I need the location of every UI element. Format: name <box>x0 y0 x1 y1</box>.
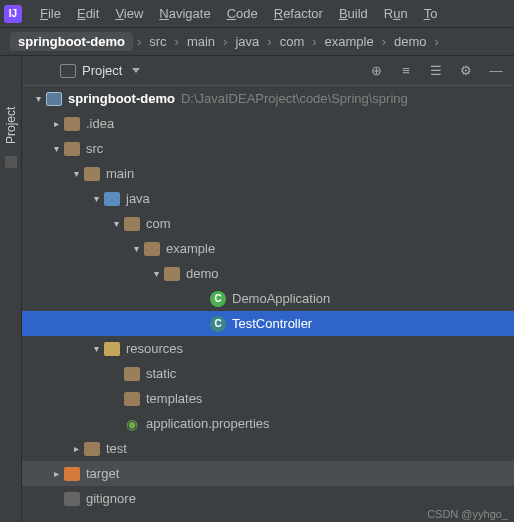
menu-tools[interactable]: To <box>416 2 446 25</box>
folder-icon <box>84 167 100 181</box>
menu-file[interactable]: File <box>32 2 69 25</box>
excluded-folder-icon <box>64 467 80 481</box>
tree-class-file[interactable]: C DemoApplication <box>22 286 514 311</box>
chevron-down-icon[interactable]: ▾ <box>90 343 102 354</box>
locate-icon[interactable]: ⊕ <box>368 63 384 79</box>
chevron-down-icon[interactable]: ▾ <box>50 143 62 154</box>
folder-icon <box>124 367 140 381</box>
chevron-right-icon[interactable]: ▸ <box>50 468 62 479</box>
project-toolbar: Project ⊕ ≡ ☰ ⚙ — <box>22 56 514 86</box>
expand-all-icon[interactable]: ≡ <box>398 63 414 79</box>
breadcrumb-item[interactable]: src <box>145 32 170 51</box>
dropdown-arrow-icon[interactable] <box>132 68 140 73</box>
main-menu-bar: IJ File Edit View Navigate Code Refactor… <box>0 0 514 28</box>
project-view-icon <box>60 64 76 78</box>
chevron-right-icon[interactable]: ▸ <box>50 118 62 129</box>
chevron-down-icon[interactable]: ▾ <box>110 218 122 229</box>
runnable-class-icon: C <box>210 291 226 307</box>
breadcrumb-item[interactable]: demo <box>390 32 431 51</box>
folder-icon <box>64 142 80 156</box>
app-logo-icon: IJ <box>4 5 22 23</box>
watermark: CSDN @yyhgo_ <box>427 508 508 520</box>
chevron-right-icon: › <box>382 34 386 49</box>
tree-folder-java[interactable]: ▾ java <box>22 186 514 211</box>
tree-folder[interactable]: ▸ .idea <box>22 111 514 136</box>
menu-refactor[interactable]: Refactor <box>266 2 331 25</box>
module-icon <box>46 92 62 106</box>
chevron-down-icon[interactable]: ▾ <box>150 268 162 279</box>
menu-code[interactable]: Code <box>219 2 266 25</box>
chevron-right-icon: › <box>223 34 227 49</box>
tree-folder-src[interactable]: ▾ src <box>22 136 514 161</box>
package-icon <box>164 267 180 281</box>
folder-icon <box>64 117 80 131</box>
tree-folder[interactable]: ▾ main <box>22 161 514 186</box>
tree-package[interactable]: ▾ demo <box>22 261 514 286</box>
chevron-right-icon: › <box>435 34 439 49</box>
folder-icon <box>124 392 140 406</box>
side-tool-strip: Project <box>0 56 22 522</box>
menu-view[interactable]: View <box>107 2 151 25</box>
project-tree: ▾ springboot-demo D:\JavaIDEAProject\cod… <box>22 86 514 522</box>
side-tab-project[interactable]: Project <box>4 107 18 144</box>
source-folder-icon <box>104 192 120 206</box>
chevron-right-icon: › <box>312 34 316 49</box>
chevron-down-icon[interactable]: ▾ <box>70 168 82 179</box>
collapse-all-icon[interactable]: ☰ <box>428 63 444 79</box>
breadcrumb-item[interactable]: com <box>276 32 309 51</box>
hide-icon[interactable]: — <box>488 63 504 79</box>
tree-folder-target[interactable]: ▸ target <box>22 461 514 486</box>
tree-folder[interactable]: ▸ templates <box>22 386 514 411</box>
chevron-down-icon[interactable]: ▾ <box>90 193 102 204</box>
tree-package[interactable]: ▾ com <box>22 211 514 236</box>
breadcrumb: springboot-demo › src › main › java › co… <box>0 28 514 56</box>
project-view-label[interactable]: Project <box>82 63 122 78</box>
resources-folder-icon <box>104 342 120 356</box>
tree-class-file-selected[interactable]: C TestController <box>22 311 514 336</box>
package-icon <box>144 242 160 256</box>
menu-edit[interactable]: Edit <box>69 2 107 25</box>
breadcrumb-item[interactable]: example <box>321 32 378 51</box>
breadcrumb-item[interactable]: main <box>183 32 219 51</box>
chevron-right-icon[interactable]: ▸ <box>70 443 82 454</box>
breadcrumb-root[interactable]: springboot-demo <box>10 32 133 51</box>
properties-icon: ◉ <box>124 416 140 432</box>
file-icon <box>64 492 80 506</box>
tree-folder[interactable]: ▸ static <box>22 361 514 386</box>
chevron-down-icon[interactable]: ▾ <box>130 243 142 254</box>
tree-folder-resources[interactable]: ▾ resources <box>22 336 514 361</box>
gear-icon[interactable]: ⚙ <box>458 63 474 79</box>
structure-icon[interactable] <box>5 156 17 168</box>
folder-icon <box>84 442 100 456</box>
chevron-right-icon: › <box>267 34 271 49</box>
chevron-down-icon[interactable]: ▾ <box>32 93 44 104</box>
tree-file-properties[interactable]: ▸ ◉ application.properties <box>22 411 514 436</box>
chevron-right-icon: › <box>137 34 141 49</box>
breadcrumb-item[interactable]: java <box>231 32 263 51</box>
class-icon: C <box>210 316 226 332</box>
menu-run[interactable]: Run <box>376 2 416 25</box>
tree-package[interactable]: ▾ example <box>22 236 514 261</box>
package-icon <box>124 217 140 231</box>
tree-root[interactable]: ▾ springboot-demo D:\JavaIDEAProject\cod… <box>22 86 514 111</box>
tree-folder[interactable]: ▸ test <box>22 436 514 461</box>
menu-build[interactable]: Build <box>331 2 376 25</box>
chevron-right-icon: › <box>175 34 179 49</box>
menu-navigate[interactable]: Navigate <box>151 2 218 25</box>
